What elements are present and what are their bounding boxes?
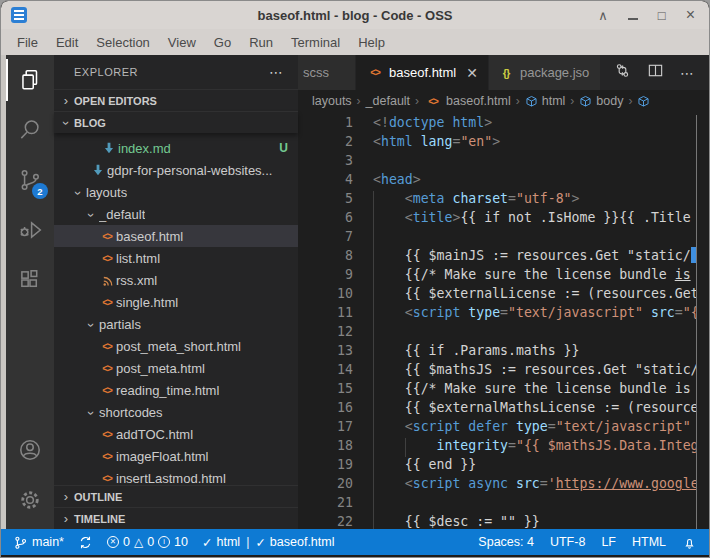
line-number-8: 8 — [298, 248, 373, 267]
menu-help[interactable]: Help — [350, 32, 393, 53]
chevron-icon: › — [84, 207, 99, 223]
code-line-18[interactable]: integrity="{{ $mathsJS.Data.Integrity }}… — [373, 438, 696, 457]
breadcrumb-default[interactable]: _default — [366, 94, 410, 108]
run-debug-icon[interactable] — [6, 205, 54, 255]
tree-file-single-html[interactable]: <>single.html — [54, 291, 298, 313]
menu-selection[interactable]: Selection — [88, 32, 157, 53]
close-button[interactable]: × — [686, 7, 695, 23]
menu-view[interactable]: View — [160, 32, 204, 53]
tree-item-label: imageFloat.html — [116, 449, 208, 464]
source-control-icon[interactable]: 2 — [6, 155, 54, 205]
html-file-icon: <> — [98, 231, 116, 242]
code-line-9[interactable]: {{/* Make sure the license bundle is inc… — [373, 267, 696, 286]
indent-guide — [373, 476, 374, 495]
code-line-10[interactable]: {{ $externalLicense := (resources.Get "s… — [373, 286, 696, 305]
explorer-actions-icon[interactable]: ⋯ — [269, 64, 284, 80]
indent-guide — [373, 267, 374, 286]
code-line-8[interactable]: {{ $mainJS := resources.Get "static/ — [373, 248, 696, 267]
settings-gear-icon[interactable] — [6, 475, 54, 525]
html-file-icon: <> — [98, 341, 116, 352]
code-line-11[interactable]: <script type="text/javascript" src="{{ $… — [373, 305, 696, 324]
outline-section[interactable]: › OUTLINE — [54, 485, 298, 507]
problems-item[interactable]: ✕ 0 △ 0 i 10 — [107, 535, 188, 549]
info-icon: i — [158, 536, 170, 548]
code-line-15[interactable]: {{/* Make sure the license bundle is inc… — [373, 381, 696, 400]
search-icon[interactable] — [6, 105, 54, 155]
tree-file-insertlastmod-html[interactable]: <>insertLastmod.html — [54, 467, 298, 485]
breadcrumb-baseof[interactable]: <> baseof.html — [424, 94, 511, 108]
minimize-button[interactable] — [628, 18, 638, 20]
check-icon: ✓ — [255, 535, 265, 550]
more-actions-icon[interactable]: ⋯ — [680, 65, 695, 81]
menu-terminal[interactable]: Terminal — [283, 32, 348, 53]
language-mode-item[interactable]: HTML — [632, 535, 666, 549]
encoding-item[interactable]: UTF-8 — [550, 535, 585, 549]
tree-file-post-meta-short-html[interactable]: <>post_meta_short.html — [54, 335, 298, 357]
breadcrumb-partial[interactable] — [637, 95, 650, 108]
breadcrumb-body[interactable]: body — [579, 94, 623, 108]
indentation-item[interactable]: Spaces: 4 — [478, 535, 534, 549]
validator-item[interactable]: ✓ html | ✓ baseof.html — [202, 535, 334, 550]
tree-folder-shortcodes[interactable]: ›shortcodes — [54, 401, 298, 423]
extensions-icon[interactable] — [6, 255, 54, 305]
shade-button[interactable]: ∧ — [598, 9, 608, 22]
menu-run[interactable]: Run — [241, 32, 281, 53]
md-file-icon — [100, 141, 118, 155]
tree-folder-partials[interactable]: ›partials — [54, 313, 298, 335]
account-icon[interactable] — [6, 425, 54, 475]
maximize-button[interactable]: □ — [658, 9, 666, 22]
close-tab-icon[interactable]: ✕ — [466, 65, 478, 81]
open-changes-icon[interactable] — [614, 62, 631, 83]
folder-section-header[interactable]: › BLOG — [54, 111, 298, 133]
git-branch-item[interactable]: main* — [13, 535, 64, 550]
line-number-10: 10 — [298, 286, 373, 305]
code-line-4[interactable]: <head> — [373, 172, 696, 191]
code-line-12[interactable] — [373, 324, 696, 343]
tab-baseof-html[interactable]: <> baseof.html ✕ — [356, 55, 489, 90]
code-line-20[interactable]: <script async src='https://www.googletag… — [373, 476, 696, 495]
indent-guide — [373, 400, 374, 419]
code-line-1[interactable]: <!doctype html> — [373, 115, 696, 134]
tree-file-reading-time-html[interactable]: <>reading_time.html — [54, 379, 298, 401]
sync-icon[interactable] — [78, 535, 93, 550]
tab-scss[interactable]: scss — [298, 55, 356, 90]
code-line-22[interactable]: {{ $desc := "" }} — [373, 514, 696, 529]
line-number-9: 9 — [298, 267, 373, 286]
breadcrumb-html[interactable]: html — [525, 94, 566, 108]
explorer-icon[interactable] — [6, 55, 54, 105]
code-line-14[interactable]: {{ $mathsJS := resources.Get "static/js/… — [373, 362, 696, 381]
code-line-19[interactable]: {{ end }} — [373, 457, 696, 476]
code-line-13[interactable]: {{ if .Params.maths }} — [373, 343, 696, 362]
code-line-21[interactable] — [373, 495, 696, 514]
tree-file-baseof-html[interactable]: <>baseof.html — [54, 225, 298, 247]
check-icon: ✓ — [202, 535, 212, 550]
tree-file-imagefloat-html[interactable]: <>imageFloat.html — [54, 445, 298, 467]
eol-item[interactable]: LF — [601, 535, 616, 549]
code-line-7[interactable] — [373, 229, 696, 248]
code-line-3[interactable] — [373, 153, 696, 172]
timeline-section[interactable]: › TIMELINE — [54, 507, 298, 529]
tree-file-addtoc-html[interactable]: <>addTOC.html — [54, 423, 298, 445]
open-editors-section[interactable]: › OPEN EDITORS — [54, 89, 298, 111]
code-line-5[interactable]: <meta charset="utf-8"> — [373, 191, 696, 210]
line-number-17: 17 — [298, 419, 373, 438]
code-line-6[interactable]: <title>{{ if not .IsHome }}{{ .Title }} — [373, 210, 696, 229]
tree-file-rss-xml[interactable]: rss.xml — [54, 269, 298, 291]
split-editor-icon[interactable] — [647, 62, 664, 83]
tree-file-list-html[interactable]: <>list.html — [54, 247, 298, 269]
menu-edit[interactable]: Edit — [48, 32, 86, 53]
menu-file[interactable]: File — [9, 32, 46, 53]
tree-file-index-md[interactable]: index.mdU — [54, 137, 298, 159]
code-line-2[interactable]: <html lang="en"> — [373, 134, 696, 153]
tree-file-post-meta-html[interactable]: <>post_meta.html — [54, 357, 298, 379]
code-line-17[interactable]: <script defer type="text/javascript" src — [373, 419, 696, 438]
menu-go[interactable]: Go — [206, 32, 239, 53]
notifications-bell-icon[interactable] — [682, 535, 697, 550]
tree-folder-default[interactable]: ›_default — [54, 203, 298, 225]
tree-item-label: post_meta.html — [116, 361, 205, 376]
tree-file-gdpr-for-personal-websites[interactable]: gdpr-for-personal-websites... — [54, 159, 298, 181]
tab-package-json[interactable]: {} package.jso — [489, 55, 601, 90]
breadcrumb-layouts[interactable]: layouts — [312, 94, 352, 108]
code-line-16[interactable]: {{ $externalMathsLicense := (resources.G… — [373, 400, 696, 419]
tree-folder-layouts[interactable]: ›layouts — [54, 181, 298, 203]
